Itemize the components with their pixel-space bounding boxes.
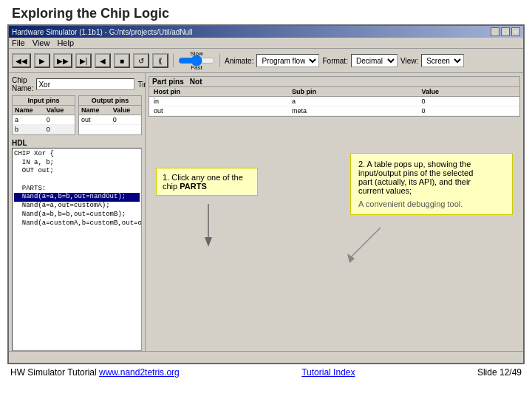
hdl-editor[interactable]: CHIP Xor { IN a, b; OUT out; PARTS: Nand… (12, 148, 142, 351)
subpin-cell: meta (287, 106, 417, 116)
svg-line-2 (351, 228, 381, 257)
table-row[interactable]: b 0 (13, 125, 75, 134)
pin-value: 0 (44, 115, 75, 125)
hostpin-cell: in (149, 97, 287, 106)
output-col-value: Value (111, 106, 141, 115)
callout1-arrow (201, 204, 223, 248)
input-pins-title: Input pins (13, 96, 75, 106)
page-title: Exploring the Chip Logic (0, 0, 532, 24)
callout2-line3: part (actually, its API), and their (358, 177, 505, 186)
part-pins-table: Host pin Sub pin Value in a 0 out (149, 87, 519, 116)
simulator-window: Hardware Simulator (1.1b1) - G:/nts/proj… (7, 24, 525, 364)
animate-label: Animate: (225, 57, 253, 65)
sim-titlebar-title: Hardware Simulator (1.1b1) - G:/nts/proj… (12, 28, 193, 36)
table-row[interactable]: a 0 (13, 115, 75, 125)
callout2-line1: 2. A table pops up, showing the (358, 160, 505, 168)
pins-area: Input pins Name Value a 0 (12, 95, 142, 135)
part-name: Not (190, 78, 202, 86)
hdl-label: HDL (12, 138, 142, 148)
close-button[interactable]: × (511, 27, 520, 36)
hdl-line: CHIP Xor { (14, 150, 140, 159)
tb-back[interactable]: ◀ (95, 53, 111, 68)
input-col-name: Name (13, 106, 44, 115)
tutorial-index-link[interactable]: Tutorial Index (301, 367, 355, 378)
tb-sep1 (173, 54, 174, 67)
hdl-line (14, 176, 140, 185)
value-cell: 0 (417, 106, 519, 116)
hdl-line: Nand(a=a,out=customA); (14, 202, 140, 211)
hdl-line: OUT out; (14, 167, 140, 176)
statusbar (9, 351, 523, 363)
simulator-text: HW Simulator Tutorial (10, 367, 99, 378)
menu-file[interactable]: File (12, 38, 25, 47)
animate-select[interactable]: Program flow (256, 54, 319, 67)
subpin-cell: a (287, 97, 417, 106)
output-pins-table: Name Value out 0 (79, 106, 141, 125)
chip-name-label: Chip Name: (12, 76, 33, 92)
hdl-area: HDL CHIP Xor { IN a, b; OUT out; PARTS: … (12, 138, 142, 351)
left-panel: Chip Name: Time Input pins Name Value (9, 73, 146, 354)
view-label: View: (400, 57, 418, 65)
simulator-credit: HW Simulator Tutorial www.nand2tetris.or… (10, 367, 180, 378)
maximize-button[interactable]: □ (501, 27, 510, 36)
tb-rewind[interactable]: ◀◀ (12, 53, 31, 68)
col-hostpin: Host pin (149, 87, 287, 97)
tb-load[interactable]: ⟪ (152, 53, 168, 68)
output-pins-title: Output pins (79, 96, 141, 106)
simulator-link[interactable]: www.nand2tetris.org (99, 367, 180, 378)
col-value: Value (417, 87, 519, 97)
pin-value: 0 (44, 125, 75, 134)
part-pins-title: Part pins Not (149, 77, 519, 87)
tb-step-back[interactable]: ▶ (34, 53, 50, 68)
hdl-line: IN a, b; (14, 159, 140, 168)
tb-play[interactable]: ▶▶ (53, 53, 72, 68)
chip-name-input[interactable] (36, 78, 134, 90)
value-cell: 0 (417, 97, 519, 106)
callout1-bold: PARTS (180, 182, 206, 191)
callout2-line4: current values; (358, 186, 505, 195)
table-row[interactable]: out 0 (79, 115, 141, 125)
pin-name: b (13, 125, 44, 134)
menu-view[interactable]: View (33, 38, 50, 47)
hdl-line: Nand(a=customA,b=customB,out=out); (14, 219, 140, 228)
hostpin-cell: out (149, 106, 287, 116)
status-text (12, 354, 14, 361)
callout1: 1. Click any one of the chip PARTS (156, 168, 258, 196)
view-select[interactable]: Screen (421, 54, 464, 67)
tb-stop[interactable]: ■ (114, 53, 130, 68)
menubar: File View Help (9, 38, 523, 49)
hdl-line: Nand(a=b,b=b,out=customB); (14, 211, 140, 219)
tb-reset[interactable]: ↺ (133, 53, 149, 68)
bottom-bar: HW Simulator Tutorial www.nand2tetris.or… (0, 364, 532, 381)
slide-number: Slide 12/49 (477, 367, 522, 378)
callout2-arrow (344, 228, 388, 265)
col-subpin: Sub pin (287, 87, 417, 97)
speed-slider[interactable] (178, 57, 215, 64)
toolbar: ◀◀ ▶ ▶▶ ▶| ◀ ■ ↺ ⟪ Slow Fast Animate: Pr… (9, 49, 523, 73)
part-pins-panel: Part pins Not Host pin Sub pin Value in (149, 76, 520, 117)
table-row[interactable]: in a 0 (149, 97, 519, 106)
hdl-line-selected[interactable]: Nand(a=a,b=b,out=nandOut); (14, 193, 140, 202)
pin-value: 0 (111, 115, 141, 125)
format-label: Format: (322, 57, 347, 65)
callout2: 2. A table pops up, showing the input/ou… (350, 153, 513, 215)
pin-name: out (79, 115, 111, 125)
titlebar-controls: _ □ × (491, 27, 520, 36)
right-area: Part pins Not Host pin Sub pin Value in (146, 73, 523, 354)
output-col-name: Name (79, 106, 111, 115)
format-select[interactable]: Decimal (351, 54, 398, 67)
sim-content: Chip Name: Time Input pins Name Value (9, 73, 523, 354)
input-pins-box: Input pins Name Value a 0 (12, 95, 75, 135)
speed-fast-label: Fast (191, 64, 202, 71)
hdl-line: PARTS: (14, 185, 140, 194)
input-pins-table: Name Value a 0 b 0 (13, 106, 75, 134)
minimize-button[interactable]: _ (491, 27, 499, 36)
tb-step-fwd[interactable]: ▶| (75, 53, 92, 68)
table-row[interactable]: out meta 0 (149, 106, 519, 116)
tb-sep2 (219, 54, 220, 67)
chip-name-row: Chip Name: Time (12, 76, 142, 92)
output-pins-box: Output pins Name Value out 0 (78, 95, 142, 135)
speed-control: Slow Fast (178, 50, 215, 71)
menu-help[interactable]: Help (57, 38, 74, 47)
pin-name: a (13, 115, 44, 125)
